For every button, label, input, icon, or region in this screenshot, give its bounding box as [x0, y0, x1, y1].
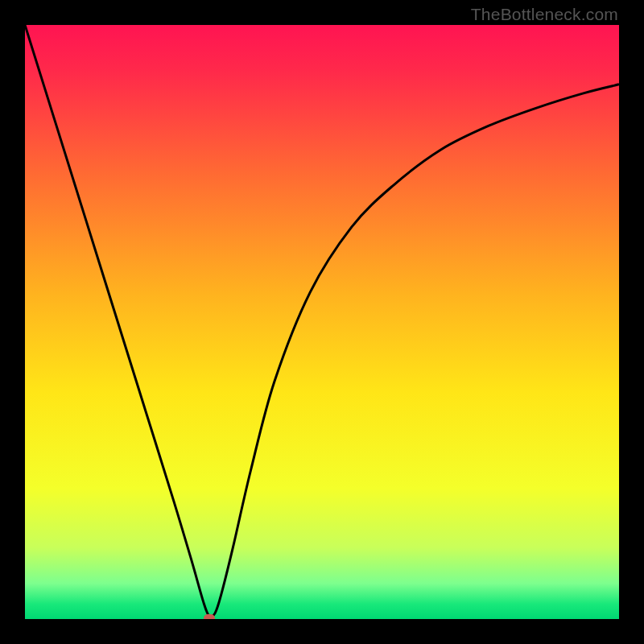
chart-frame: TheBottleneck.com — [0, 0, 644, 644]
watermark-text: TheBottleneck.com — [471, 5, 618, 24]
curve-line — [25, 25, 619, 617]
plot-area — [25, 25, 619, 619]
bottleneck-curve — [25, 25, 619, 619]
optimal-point-marker — [204, 614, 215, 619]
